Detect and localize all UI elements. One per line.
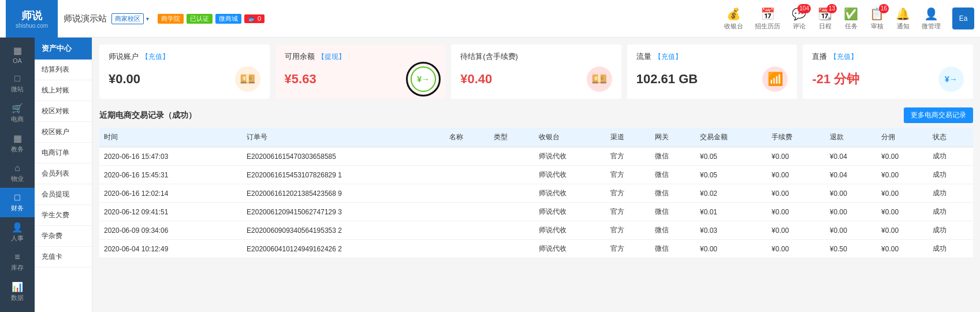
sub-item-online-account[interactable]: 线上对账 xyxy=(35,80,92,101)
card-live: 直播 【充值】 -21 分钟 ¥→ xyxy=(803,44,973,99)
th-fee: 手续费 xyxy=(767,128,825,147)
card-shishuo-recharge-link[interactable]: 【充值】 xyxy=(141,52,169,62)
sub-item-member-list[interactable]: 会员列表 xyxy=(35,164,92,184)
sidebar-item-wechat[interactable]: 💬 微信 xyxy=(0,307,35,312)
logo-text: 师说 xyxy=(21,9,42,23)
card-balance: 可用余额 【提现】 ¥5.63 ¥→ xyxy=(275,44,446,99)
review-label: 审核 xyxy=(871,22,884,31)
content-area: 师说账户 【充值】 ¥0.00 💴 可用余额 【提现】 ¥5.63 xyxy=(92,38,980,312)
card-balance-title-text: 可用余额 xyxy=(285,51,315,62)
sidebar-item-finance[interactable]: □ 财务 xyxy=(0,188,35,217)
sub-item-student-debt[interactable]: 学生欠费 xyxy=(35,205,92,226)
notify-icon: 🔔 xyxy=(896,7,910,21)
sub-item-member-withdraw[interactable]: 会员提现 xyxy=(35,184,92,205)
property-icon: ⌂ xyxy=(14,163,20,173)
card-shishuo-content: ¥0.00 💴 xyxy=(109,66,260,92)
nav-task[interactable]: ✅ 任务 xyxy=(844,7,858,31)
table-row: 2020-06-04 10:12:49E20200604101249491624… xyxy=(99,240,973,258)
sidebar-item-edu[interactable]: ▦ 教务 xyxy=(0,128,35,158)
card-live-title: 直播 【充值】 xyxy=(812,51,964,62)
sub-item-campus-wallet[interactable]: 校区账户 xyxy=(35,122,92,143)
traffic-icon: 📶 xyxy=(762,66,788,92)
top-nav-right: 💰 收银台 📅 招生历历 104 💬 评论 13 📆 日程 ✅ 任务 16 📋 … xyxy=(724,7,974,31)
card-pending: 待结算(含手续费) ¥0.40 💴 xyxy=(451,44,621,99)
th-refund: 退款 xyxy=(825,128,877,147)
card-pending-title: 待结算(含手续费) xyxy=(460,51,612,62)
card-live-amount: -21 分钟 xyxy=(812,70,859,88)
th-time: 时间 xyxy=(99,128,242,147)
nav-comment[interactable]: 104 💬 评论 xyxy=(792,7,806,31)
sidebar-item-data[interactable]: 📊 数据 xyxy=(0,277,35,307)
sidebar-item-weizhan[interactable]: □ 微站 xyxy=(0,69,35,98)
card-balance-withdraw-link[interactable]: 【提现】 xyxy=(318,52,345,62)
ecommerce-label: 电商 xyxy=(11,115,24,124)
table-header-row: 时间 订单号 名称 类型 收银台 渠道 网关 交易金额 手续费 退款 分佣 状态 xyxy=(99,128,973,147)
nav-micro-manage[interactable]: 👤 微管理 xyxy=(922,7,941,31)
sub-item-ecommerce-order[interactable]: 电商订单 xyxy=(35,143,92,164)
sub-item-campus-account[interactable]: 校区对账 xyxy=(35,101,92,122)
card-live-recharge-link[interactable]: 【充值】 xyxy=(830,52,858,62)
sub-item-settlement-list[interactable]: 结算列表 xyxy=(35,60,92,80)
th-amount: 交易金额 xyxy=(695,128,767,147)
th-type: 类型 xyxy=(489,128,534,147)
data-label: 数据 xyxy=(11,294,24,302)
table-row: 2020-06-16 15:47:03E20200616154703036585… xyxy=(99,147,973,166)
card-live-title-text: 直播 xyxy=(812,51,827,62)
table-row: 2020-06-16 15:45:31E20200616154531078268… xyxy=(99,166,973,184)
card-live-content: -21 分钟 ¥→ xyxy=(812,66,964,92)
left-sidebar: ▦ OA □ 微站 🛒 电商 ▦ 教务 ⌂ 物业 □ 财务 👤 人事 ≡ 库 xyxy=(0,38,35,312)
table-row: 2020-06-16 12:02:14E20200616120213854235… xyxy=(99,184,973,203)
sub-item-recharge-card[interactable]: 充值卡 xyxy=(35,247,92,268)
recruit-icon: 📅 xyxy=(761,7,775,21)
section-title: 近期电商交易记录（成功） xyxy=(99,110,196,121)
schedule-label: 日程 xyxy=(819,22,832,31)
oa-label: OA xyxy=(13,57,22,64)
card-shishuo-title: 师说账户 【充值】 xyxy=(109,51,260,62)
th-name: 名称 xyxy=(445,128,490,147)
tag-certified: 已认证 xyxy=(187,14,213,24)
account-cards-row: 师说账户 【充值】 ¥0.00 💴 可用余额 【提现】 ¥5.63 xyxy=(99,44,973,99)
nav-cashier[interactable]: 💰 收银台 xyxy=(724,7,743,31)
table-row: 2020-06-09 09:34:06E20200609093405641953… xyxy=(99,221,973,240)
th-order-id: 订单号 xyxy=(242,128,445,147)
tag-store[interactable]: 微商城 xyxy=(215,14,241,24)
table-body: 2020-06-16 15:47:03E20200616154703036585… xyxy=(99,147,973,258)
recruit-label: 招生历历 xyxy=(755,22,780,31)
sidebar-item-hr[interactable]: 👤 人事 xyxy=(0,217,35,247)
finance-icon: □ xyxy=(14,192,20,203)
transaction-table: 时间 订单号 名称 类型 收银台 渠道 网关 交易金额 手续费 退款 分佣 状态… xyxy=(99,128,973,258)
tag-academy[interactable]: 商学院 xyxy=(158,14,184,24)
tag-fish[interactable]: 🐟 0 xyxy=(244,14,264,23)
sidebar-item-oa[interactable]: ▦ OA xyxy=(0,40,35,69)
edu-icon: ▦ xyxy=(13,133,22,144)
sidebar-item-inventory[interactable]: ≡ 库存 xyxy=(0,247,35,277)
card-traffic: 流量 【充值】 102.61 GB 📶 xyxy=(627,44,798,99)
sidebar-item-property[interactable]: ⌂ 物业 xyxy=(0,158,35,188)
main-layout: ▦ OA □ 微站 🛒 电商 ▦ 教务 ⌂ 物业 □ 财务 👤 人事 ≡ 库 xyxy=(0,38,980,312)
campus-dropdown-icon[interactable]: ▾ xyxy=(146,16,149,22)
nav-recruit[interactable]: 📅 招生历历 xyxy=(755,7,780,31)
sidebar-item-ecommerce[interactable]: 🛒 电商 xyxy=(0,98,35,128)
edu-label: 教务 xyxy=(11,145,24,154)
logo: 师说 shishuo.com xyxy=(6,0,58,38)
nav-schedule[interactable]: 13 📆 日程 xyxy=(818,7,832,31)
micro-manage-label: 微管理 xyxy=(922,22,941,31)
card-balance-title: 可用余额 【提现】 xyxy=(285,51,437,62)
finance-label: 财务 xyxy=(11,204,24,213)
card-balance-amount: ¥5.63 xyxy=(285,72,316,87)
card-traffic-recharge-link[interactable]: 【充值】 xyxy=(654,52,682,62)
more-records-button[interactable]: 更多电商交易记录 xyxy=(904,107,973,123)
section-header: 近期电商交易记录（成功） 更多电商交易记录 xyxy=(99,107,973,123)
user-avatar[interactable]: Ea xyxy=(952,8,974,29)
campus-badge[interactable]: 商家校区 xyxy=(111,13,144,24)
card-shishuo-amount: ¥0.00 xyxy=(109,72,140,87)
table-row: 2020-06-12 09:41:51E20200612094150627471… xyxy=(99,203,973,221)
sub-item-tuition[interactable]: 学杂费 xyxy=(35,226,92,247)
card-traffic-content: 102.61 GB 📶 xyxy=(636,66,788,92)
comment-badge: 104 xyxy=(798,4,811,13)
nav-notify[interactable]: 🔔 通知 xyxy=(896,7,910,31)
card-traffic-title-text: 流量 xyxy=(636,51,651,62)
user-avatar-text: Ea xyxy=(959,14,968,23)
nav-review[interactable]: 16 📋 审核 xyxy=(870,7,884,31)
shishuo-account-icon: 💴 xyxy=(235,66,260,92)
